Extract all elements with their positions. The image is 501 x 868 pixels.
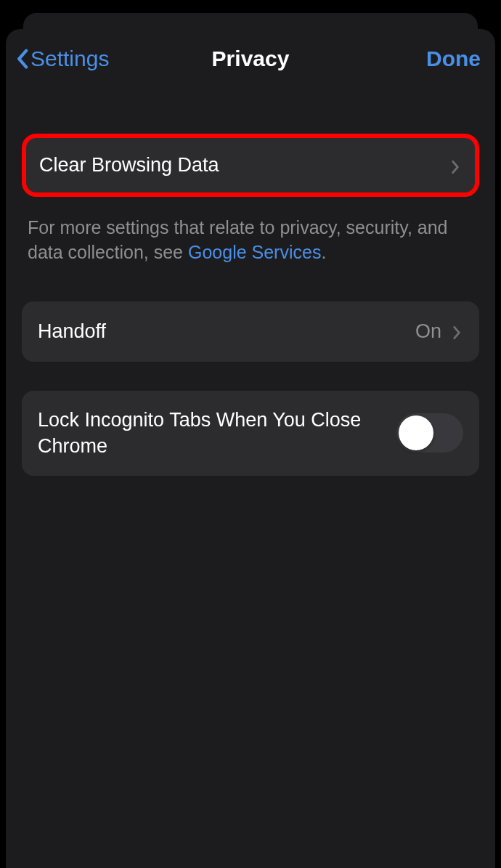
clear-browsing-data-row[interactable]: Clear Browsing Data [22,134,479,197]
chevron-right-icon [450,158,462,174]
content-area: Clear Browsing Data For more settings th… [6,87,495,476]
toggle-knob [399,415,433,450]
done-button[interactable]: Done [426,46,481,71]
row-trailing: On [415,320,463,343]
lock-incognito-toggle[interactable] [396,413,463,453]
handoff-label: Handoff [38,319,415,344]
row-trailing [450,158,462,174]
clear-browsing-data-label: Clear Browsing Data [39,153,450,178]
lock-incognito-row: Lock Incognito Tabs When You Close Chrom… [22,391,479,476]
back-label: Settings [30,46,109,71]
google-services-link[interactable]: Google Services [188,242,321,262]
chevron-left-icon [15,47,29,70]
footer-text-suffix: . [321,242,326,262]
modal-sheet: Settings Privacy Done Clear Browsing Dat… [6,29,495,868]
lock-incognito-label: Lock Incognito Tabs When You Close Chrom… [38,407,396,460]
handoff-row[interactable]: Handoff On [22,301,479,362]
back-button[interactable]: Settings [15,46,109,71]
chevron-right-icon [452,323,463,339]
nav-bar: Settings Privacy Done [6,29,495,87]
section-footer: For more settings that relate to privacy… [22,197,479,265]
handoff-value: On [415,320,441,343]
